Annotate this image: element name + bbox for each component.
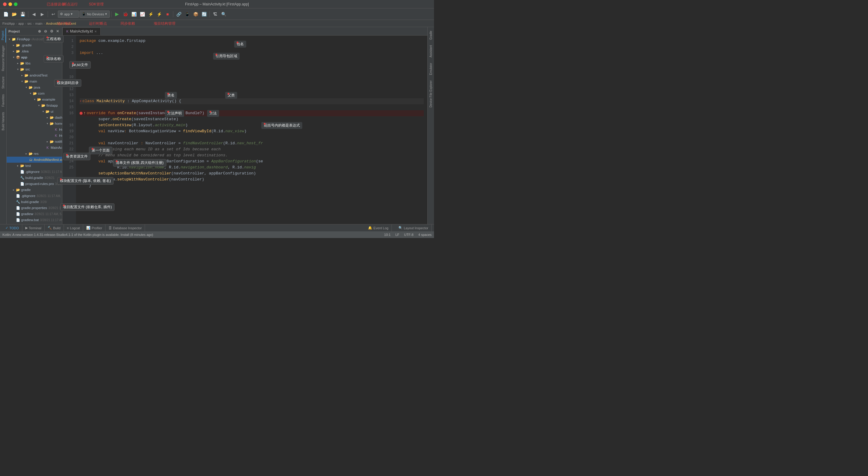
minimize-button[interactable] bbox=[8, 2, 12, 6]
tab-gradle[interactable]: Gradle bbox=[428, 28, 433, 42]
save-btn[interactable]: 💾 bbox=[19, 10, 27, 18]
no-arrow bbox=[11, 212, 16, 216]
tab-logcat[interactable]: ≡ Logcat bbox=[64, 224, 83, 232]
tree-item-homeviewmodel[interactable]: Κ HomeViewModel bbox=[7, 132, 62, 138]
tree-item-androidmanifest[interactable]: 🗂 AndroidManifest.xml 3/28/21 11:17 bbox=[7, 157, 62, 163]
tree-item-gradle-wrapper[interactable]: ▸ 📂 gradle bbox=[7, 187, 62, 193]
forward-btn[interactable]: ▶ bbox=[38, 10, 46, 18]
tab-resource-manager[interactable]: Resource Manager bbox=[1, 43, 6, 73]
tab-mainactivity[interactable]: Κ MainActivity.kt ✕ bbox=[62, 27, 101, 35]
tree-item-gradlew-bat[interactable]: 📄 gradlew.bat 3/28/21 11:17 AM, 2.26 kB bbox=[7, 217, 62, 223]
tree-item-gitignore2[interactable]: 📄 .gitignore 3/28/21 11:17 AM, 225 B bbox=[7, 193, 62, 199]
tab-favorites[interactable]: Favorites bbox=[1, 92, 6, 109]
tree-item-home-dir[interactable]: ▾ 📂 home bbox=[7, 121, 62, 127]
close-button[interactable] bbox=[3, 2, 7, 6]
breadcrumb-firstapp[interactable]: FirstApp bbox=[2, 22, 15, 25]
tree-item-gitignore1[interactable]: 📄 .gitignore 3/28/21 11:17 AM, 6 B bbox=[7, 169, 62, 175]
code-editor[interactable]: package com.example.firstapp import ... bbox=[76, 36, 427, 224]
run-with-coverage-btn[interactable]: 📊 bbox=[130, 10, 138, 18]
app-dropdown[interactable]: ⚙ app ▾ bbox=[58, 10, 79, 18]
proguard-label: proguard-rules.pro bbox=[25, 182, 54, 186]
buildgradle-app-label: build.gradle bbox=[25, 176, 43, 180]
tab-layout-inspector[interactable]: 🔍 Layout Inspector bbox=[396, 224, 432, 232]
tree-item-app-module[interactable]: ▾ 📦 app bbox=[7, 54, 62, 60]
device-dropdown[interactable]: 📱 No Devices ▾ bbox=[80, 10, 110, 18]
tab-emulator[interactable]: Emulator bbox=[428, 61, 433, 77]
tree-item-mainactivity[interactable]: Κ MainActivity bbox=[7, 145, 62, 151]
tree-item-homefragment[interactable]: Κ HomeFragment bbox=[7, 127, 62, 132]
profile-btn[interactable]: 📈 bbox=[138, 10, 146, 18]
build-icon: 🔨 bbox=[48, 226, 52, 230]
tree-item-libs-dir[interactable]: ▸ 📂 libs bbox=[7, 60, 62, 66]
tree-item-firstapp-root[interactable]: ▾ 📁 FirstApp ~/AndroidStudioProjects/Fir… bbox=[7, 36, 62, 42]
tab-assistant[interactable]: Assistant bbox=[428, 43, 433, 60]
tab-profiler[interactable]: 📊 Profiler bbox=[83, 224, 105, 232]
settings-btn[interactable]: ⚙ bbox=[49, 29, 54, 34]
traffic-lights bbox=[3, 2, 18, 6]
sync-project-btn[interactable]: 🔄 bbox=[200, 10, 208, 18]
tree-item-com-dir[interactable]: ▾ 📂 com bbox=[7, 90, 62, 96]
breadcrumb-main[interactable]: main bbox=[35, 22, 42, 25]
tree-item-dashboard-dir[interactable]: ▸ 📂 dashboard bbox=[7, 115, 62, 121]
tab-structure[interactable]: Structure bbox=[1, 74, 6, 91]
tree-item-test-dir[interactable]: ▸ 📂 test bbox=[7, 163, 62, 169]
tree-item-buildgradle-root[interactable]: 🔧 build.gradle 3/28/ bbox=[7, 199, 62, 205]
code-line-1: package com.example.firstapp bbox=[80, 38, 424, 44]
close-panel-btn[interactable]: ✕ bbox=[55, 29, 60, 34]
tab-database-inspector[interactable]: 🗄 Database Inspector bbox=[105, 224, 145, 232]
breadcrumb-src[interactable]: src bbox=[27, 22, 32, 25]
tree-item-idea-dir[interactable]: ▸ 📂 .idea bbox=[7, 48, 62, 54]
run-btn[interactable]: ▶ bbox=[113, 10, 121, 18]
apply-changes-btn[interactable]: ⚡ bbox=[147, 10, 155, 18]
new-file-btn[interactable]: 📄 bbox=[2, 10, 10, 18]
tree-item-androidtest-dir[interactable]: ▸ 📂 androidTest bbox=[7, 72, 62, 78]
tab-project[interactable]: Project bbox=[0, 28, 6, 42]
sdk-manager-btn[interactable]: 📦 bbox=[192, 10, 199, 18]
code-line-15: setContentView(R.layout.activity_main) bbox=[80, 122, 424, 128]
tab-terminal[interactable]: ▶ Terminal bbox=[22, 224, 45, 232]
tab-build[interactable]: 🔨 Build bbox=[44, 224, 64, 232]
tab-build-variants[interactable]: Build Variants bbox=[1, 110, 6, 133]
tree-item-res-dir[interactable]: ▸ 📂 res bbox=[7, 151, 62, 157]
expand-all-btn[interactable]: ⊕ bbox=[37, 29, 42, 34]
tree-item-firstapp-dir[interactable]: ▾ 📂 firstapp bbox=[7, 102, 62, 108]
indent: 4 spaces bbox=[418, 233, 432, 236]
folder-icon: 📂 bbox=[41, 103, 46, 108]
tree-item-proguard[interactable]: 📄 proguard-rules.pro 3/28/21 11:17 AM, 7… bbox=[7, 181, 62, 187]
debug-btn[interactable]: 🐞 bbox=[121, 10, 129, 18]
file-icon: 📄 bbox=[16, 224, 21, 224]
tab-device-file-explorer[interactable]: Device File Explorer bbox=[428, 78, 433, 110]
open-btn[interactable]: 📂 bbox=[10, 10, 18, 18]
tree-item-notifications-dir[interactable]: ▸ 📂 notifications bbox=[7, 138, 62, 145]
project-structure-btn[interactable]: 🏗 bbox=[211, 10, 219, 18]
code-container: 1 2 3 10 11 12 13 14 15 16 18 19 20 bbox=[62, 36, 427, 224]
back-btn[interactable]: ◀ bbox=[30, 10, 38, 18]
tree-item-src-dir[interactable]: ▾ 📂 src bbox=[7, 66, 62, 72]
tree-item-gradle-dir[interactable]: ▸ 📂 .gradle bbox=[7, 42, 62, 48]
tree-item-ui-dir[interactable]: ▾ 📂 ui bbox=[7, 108, 62, 115]
tree-item-java-dir[interactable]: ▾ 📂 java bbox=[7, 84, 62, 90]
stop-btn[interactable]: ■ bbox=[164, 10, 172, 18]
collapse-all-btn[interactable]: ⊖ bbox=[43, 29, 48, 34]
tab-todo[interactable]: ✓ TODO bbox=[2, 224, 22, 232]
tree-item-local-properties[interactable]: 📄 local.properties 3/28/21 11:17 AM, 434… bbox=[7, 223, 62, 224]
tab-event-log[interactable]: 🔔 Event Log bbox=[365, 224, 392, 232]
tree-item-main-dir[interactable]: ▾ 📂 main bbox=[7, 78, 62, 84]
undo-btn[interactable]: ↩ bbox=[50, 10, 57, 18]
tree-item-example-dir[interactable]: ▾ 📂 example bbox=[7, 96, 62, 102]
tree-item-gradle-properties[interactable]: 📄 gradle.properties 3/28/21 11:17 AM, 1.… bbox=[7, 205, 62, 211]
search-everywhere-btn[interactable]: 🔍 bbox=[220, 10, 227, 18]
breadcrumb-androidmanifest[interactable]: AndroidManifest.xml bbox=[46, 22, 76, 25]
device-manager-btn[interactable]: 📱 bbox=[183, 10, 191, 18]
folder-icon: 📂 bbox=[50, 139, 54, 144]
attach-debugger-btn[interactable]: 🔗 bbox=[175, 10, 183, 18]
apply-code-btn[interactable]: ⚡ bbox=[155, 10, 163, 18]
maximize-button[interactable] bbox=[14, 2, 18, 6]
tree-item-gradlew[interactable]: 📄 gradlew 3/28/21 11:17 AM, 5.3 kB bbox=[7, 211, 62, 217]
tab-close-btn[interactable]: ✕ bbox=[94, 30, 97, 33]
database-icon: 🗄 bbox=[108, 226, 112, 230]
breadcrumb-app[interactable]: app bbox=[19, 22, 24, 25]
chevron-down-icon: ▾ bbox=[33, 97, 37, 101]
tree-item-buildgradle-app[interactable]: 🔧 build.gradle 3/28/21 bbox=[7, 175, 62, 181]
line-numbers: 1 2 3 10 11 12 13 14 15 16 18 19 20 bbox=[62, 36, 76, 224]
